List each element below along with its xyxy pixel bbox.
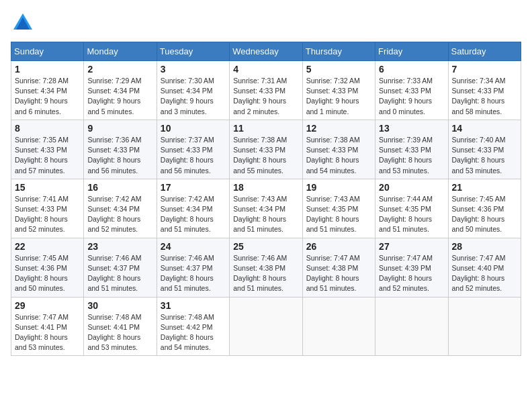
calendar-cell: 22Sunrise: 7:45 AMSunset: 4:36 PMDayligh… — [11, 238, 84, 297]
calendar-cell: 30Sunrise: 7:48 AMSunset: 4:41 PMDayligh… — [84, 297, 157, 356]
day-detail: Sunrise: 7:46 AMSunset: 4:37 PMDaylight:… — [161, 253, 226, 294]
day-number: 25 — [233, 241, 298, 252]
day-number: 2 — [87, 64, 152, 75]
calendar-cell: 4Sunrise: 7:31 AMSunset: 4:33 PMDaylight… — [230, 61, 302, 120]
day-detail: Sunrise: 7:36 AMSunset: 4:33 PMDaylight:… — [87, 135, 152, 176]
calendar-header-row: SundayMondayTuesdayWednesdayThursdayFrid… — [11, 42, 521, 61]
day-detail: Sunrise: 7:48 AMSunset: 4:41 PMDaylight:… — [87, 312, 152, 353]
day-number: 4 — [233, 64, 298, 75]
day-detail: Sunrise: 7:46 AMSunset: 4:38 PMDaylight:… — [233, 253, 298, 294]
logo-icon — [11, 11, 35, 35]
calendar-cell: 10Sunrise: 7:37 AMSunset: 4:33 PMDayligh… — [157, 120, 229, 179]
day-detail: Sunrise: 7:33 AMSunset: 4:33 PMDaylight:… — [379, 76, 444, 117]
calendar-cell: 12Sunrise: 7:38 AMSunset: 4:33 PMDayligh… — [302, 120, 375, 179]
day-number: 11 — [233, 123, 298, 134]
calendar-cell: 15Sunrise: 7:41 AMSunset: 4:33 PMDayligh… — [11, 179, 84, 238]
day-detail: Sunrise: 7:38 AMSunset: 4:33 PMDaylight:… — [233, 135, 298, 176]
day-number: 26 — [306, 241, 371, 252]
calendar-cell: 25Sunrise: 7:46 AMSunset: 4:38 PMDayligh… — [230, 238, 302, 297]
calendar-cell: 14Sunrise: 7:40 AMSunset: 4:33 PMDayligh… — [448, 120, 521, 179]
calendar-cell — [302, 297, 375, 356]
day-detail: Sunrise: 7:44 AMSunset: 4:35 PMDaylight:… — [379, 194, 444, 235]
calendar-header-thursday: Thursday — [302, 42, 375, 61]
day-detail: Sunrise: 7:34 AMSunset: 4:33 PMDaylight:… — [452, 76, 517, 117]
day-number: 16 — [87, 182, 152, 193]
day-detail: Sunrise: 7:38 AMSunset: 4:33 PMDaylight:… — [306, 135, 371, 176]
day-detail: Sunrise: 7:41 AMSunset: 4:33 PMDaylight:… — [15, 194, 80, 235]
day-detail: Sunrise: 7:47 AMSunset: 4:41 PMDaylight:… — [15, 312, 80, 353]
page-container: SundayMondayTuesdayWednesdayThursdayFrid… — [0, 0, 532, 363]
day-number: 9 — [87, 123, 152, 134]
calendar-cell: 21Sunrise: 7:45 AMSunset: 4:36 PMDayligh… — [448, 179, 521, 238]
day-number: 8 — [15, 123, 80, 134]
day-number: 18 — [233, 182, 298, 193]
calendar-cell: 27Sunrise: 7:47 AMSunset: 4:39 PMDayligh… — [375, 238, 448, 297]
day-number: 5 — [306, 64, 371, 75]
day-number: 15 — [15, 182, 80, 193]
calendar-header-wednesday: Wednesday — [230, 42, 302, 61]
day-detail: Sunrise: 7:35 AMSunset: 4:33 PMDaylight:… — [15, 135, 80, 176]
day-number: 14 — [452, 123, 517, 134]
day-detail: Sunrise: 7:45 AMSunset: 4:36 PMDaylight:… — [452, 194, 517, 235]
calendar-cell: 23Sunrise: 7:46 AMSunset: 4:37 PMDayligh… — [84, 238, 157, 297]
day-number: 23 — [87, 241, 152, 252]
calendar-cell: 3Sunrise: 7:30 AMSunset: 4:34 PMDaylight… — [157, 61, 229, 120]
calendar-week-1: 1Sunrise: 7:28 AMSunset: 4:34 PMDaylight… — [11, 61, 521, 120]
calendar-cell: 18Sunrise: 7:43 AMSunset: 4:34 PMDayligh… — [230, 179, 302, 238]
calendar-cell: 7Sunrise: 7:34 AMSunset: 4:33 PMDaylight… — [448, 61, 521, 120]
calendar-cell: 31Sunrise: 7:48 AMSunset: 4:42 PMDayligh… — [157, 297, 229, 356]
calendar-week-4: 22Sunrise: 7:45 AMSunset: 4:36 PMDayligh… — [11, 238, 521, 297]
header — [11, 11, 521, 35]
day-detail: Sunrise: 7:30 AMSunset: 4:34 PMDaylight:… — [161, 76, 226, 117]
calendar-header-sunday: Sunday — [11, 42, 84, 61]
day-number: 3 — [161, 64, 226, 75]
day-number: 10 — [161, 123, 226, 134]
calendar-cell — [375, 297, 448, 356]
day-detail: Sunrise: 7:29 AMSunset: 4:34 PMDaylight:… — [87, 76, 152, 117]
day-number: 27 — [379, 241, 444, 252]
calendar-cell: 13Sunrise: 7:39 AMSunset: 4:33 PMDayligh… — [375, 120, 448, 179]
day-detail: Sunrise: 7:42 AMSunset: 4:34 PMDaylight:… — [87, 194, 152, 235]
day-number: 24 — [161, 241, 226, 252]
calendar-cell: 11Sunrise: 7:38 AMSunset: 4:33 PMDayligh… — [230, 120, 302, 179]
calendar-cell — [448, 297, 521, 356]
day-number: 28 — [452, 241, 517, 252]
calendar-cell: 5Sunrise: 7:32 AMSunset: 4:33 PMDaylight… — [302, 61, 375, 120]
day-number: 31 — [161, 300, 226, 311]
day-detail: Sunrise: 7:43 AMSunset: 4:34 PMDaylight:… — [233, 194, 298, 235]
day-detail: Sunrise: 7:46 AMSunset: 4:37 PMDaylight:… — [87, 253, 152, 294]
calendar-header-saturday: Saturday — [448, 42, 521, 61]
calendar-header-tuesday: Tuesday — [157, 42, 229, 61]
day-number: 30 — [87, 300, 152, 311]
calendar-cell: 17Sunrise: 7:42 AMSunset: 4:34 PMDayligh… — [157, 179, 229, 238]
calendar-cell: 2Sunrise: 7:29 AMSunset: 4:34 PMDaylight… — [84, 61, 157, 120]
day-number: 7 — [452, 64, 517, 75]
day-detail: Sunrise: 7:32 AMSunset: 4:33 PMDaylight:… — [306, 76, 371, 117]
day-number: 29 — [15, 300, 80, 311]
calendar-week-2: 8Sunrise: 7:35 AMSunset: 4:33 PMDaylight… — [11, 120, 521, 179]
day-number: 1 — [15, 64, 80, 75]
day-detail: Sunrise: 7:28 AMSunset: 4:34 PMDaylight:… — [15, 76, 80, 117]
day-number: 6 — [379, 64, 444, 75]
day-detail: Sunrise: 7:42 AMSunset: 4:34 PMDaylight:… — [161, 194, 226, 235]
calendar-cell: 6Sunrise: 7:33 AMSunset: 4:33 PMDaylight… — [375, 61, 448, 120]
day-detail: Sunrise: 7:47 AMSunset: 4:39 PMDaylight:… — [379, 253, 444, 294]
day-number: 21 — [452, 182, 517, 193]
calendar-table: SundayMondayTuesdayWednesdayThursdayFrid… — [11, 42, 521, 356]
logo — [11, 11, 39, 35]
day-number: 22 — [15, 241, 80, 252]
day-number: 17 — [161, 182, 226, 193]
calendar-cell: 9Sunrise: 7:36 AMSunset: 4:33 PMDaylight… — [84, 120, 157, 179]
day-detail: Sunrise: 7:37 AMSunset: 4:33 PMDaylight:… — [161, 135, 226, 176]
calendar-header-monday: Monday — [84, 42, 157, 61]
day-detail: Sunrise: 7:40 AMSunset: 4:33 PMDaylight:… — [452, 135, 517, 176]
calendar-cell: 8Sunrise: 7:35 AMSunset: 4:33 PMDaylight… — [11, 120, 84, 179]
calendar-cell: 28Sunrise: 7:47 AMSunset: 4:40 PMDayligh… — [448, 238, 521, 297]
day-detail: Sunrise: 7:45 AMSunset: 4:36 PMDaylight:… — [15, 253, 80, 294]
calendar-cell — [230, 297, 302, 356]
calendar-week-3: 15Sunrise: 7:41 AMSunset: 4:33 PMDayligh… — [11, 179, 521, 238]
day-detail: Sunrise: 7:47 AMSunset: 4:40 PMDaylight:… — [452, 253, 517, 294]
day-number: 12 — [306, 123, 371, 134]
calendar-cell: 1Sunrise: 7:28 AMSunset: 4:34 PMDaylight… — [11, 61, 84, 120]
day-number: 13 — [379, 123, 444, 134]
